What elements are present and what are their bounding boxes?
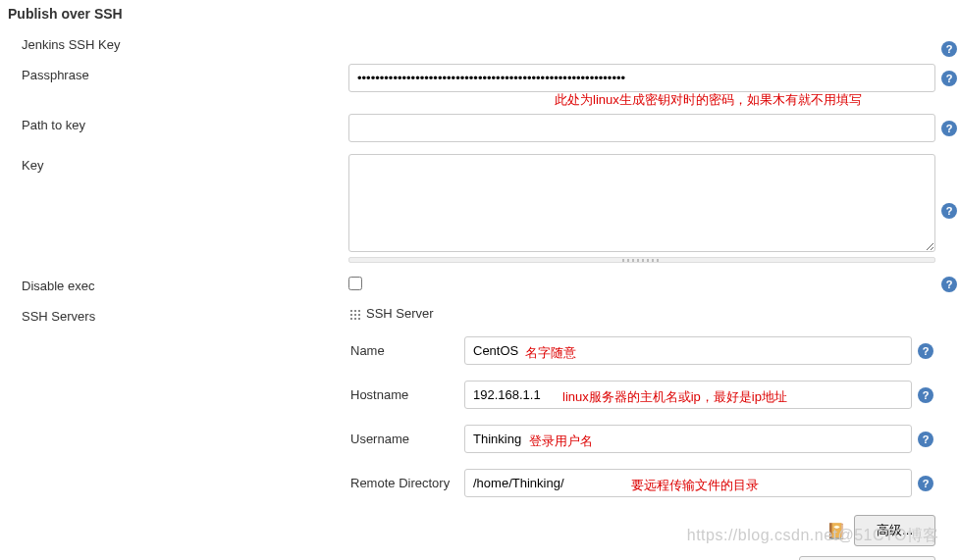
help-icon[interactable]: ? [941,277,957,292]
test-config-row: Test Configuration [348,552,959,560]
label-server-username: Username [348,432,464,446]
row-jenkins-ssh-key: Jenkins SSH Key ? [0,27,959,58]
help-icon[interactable]: ? [941,203,957,219]
advanced-row: 📔 高级... [348,505,959,552]
section-title: Publish over SSH [0,0,959,27]
label-disable-exec: Disable exec [0,275,348,293]
help-icon[interactable]: ? [918,476,933,491]
key-textarea[interactable] [348,154,935,252]
help-icon[interactable]: ? [941,41,957,57]
advanced-button[interactable]: 高级... [854,515,935,546]
annotation-passphrase: 此处为linux生成密钥对时的密码，如果木有就不用填写 [555,91,862,109]
row-server-hostname: Hostname ? linux服务器的主机名或ip，最好是ip地址 [348,373,935,417]
row-disable-exec: Disable exec ? [0,269,959,299]
help-icon[interactable]: ? [941,71,957,86]
row-ssh-servers: SSH Servers [0,299,959,330]
label-ssh-servers: SSH Servers [0,305,348,324]
notepad-icon: 📔 [826,521,846,540]
label-server-remote-dir: Remote Directory [348,476,464,490]
help-icon[interactable]: ? [918,432,933,447]
row-passphrase: Passphrase ? 此处为linux生成密钥对时的密码，如果木有就不用填写 [0,58,959,98]
row-path-to-key: Path to key ? [0,108,959,148]
label-passphrase: Passphrase [0,64,348,82]
row-server-name: Name ? 名字随意 [348,329,935,373]
label-jenkins-ssh-key: Jenkins SSH Key [0,33,348,52]
path-to-key-input[interactable] [348,114,935,142]
passphrase-input[interactable] [348,64,935,92]
ssh-server-block: SSH Server Name ? 名字随意 Hostname ? linux服… [348,302,959,505]
help-icon[interactable]: ? [941,121,957,136]
test-configuration-button[interactable]: Test Configuration [799,556,935,560]
server-name-input[interactable] [464,336,912,365]
help-icon[interactable]: ? [918,387,933,403]
label-key: Key [0,154,348,173]
server-remote-dir-input[interactable] [464,469,912,497]
row-server-remote-dir: Remote Directory ? 要远程传输文件的目录 [348,461,935,505]
row-key: Key ? [0,148,959,269]
disable-exec-checkbox[interactable] [348,277,362,290]
resize-handle[interactable] [348,257,935,263]
server-hostname-input[interactable] [464,381,912,409]
label-server-hostname: Hostname [348,387,464,402]
row-server-username: Username ? 登录用户名 [348,417,935,461]
label-server-name: Name [348,343,464,358]
label-path-to-key: Path to key [0,114,348,132]
server-username-input[interactable] [464,425,912,453]
help-icon[interactable]: ? [918,343,933,359]
